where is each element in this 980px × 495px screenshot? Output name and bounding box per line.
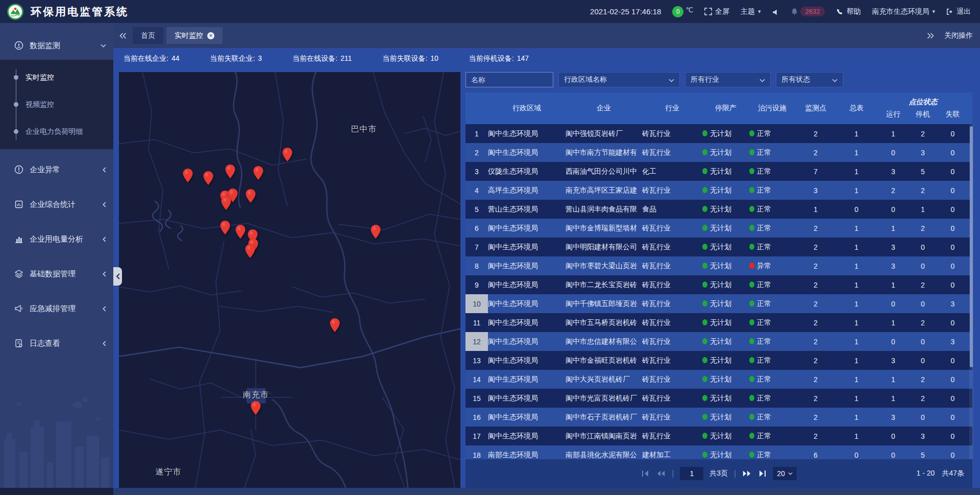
cell-monitor-count: 2: [795, 243, 836, 251]
cell-total-meter: 1: [836, 394, 877, 403]
sidebar: 数据监测 实时监控 视频监控 企业电力负荷明细: [0, 23, 113, 488]
status-select[interactable]: 所有状态: [776, 72, 843, 87]
table-row[interactable]: 8阆中生态环境局阆中市枣碧大梁山页岩砖瓦行业无计划异常21300: [465, 256, 972, 275]
map-pin[interactable]: [235, 224, 246, 239]
cell-monitor-count: 2: [795, 338, 836, 346]
table-row[interactable]: 3仪陇生态环境局西南油气田分公司川中化工无计划正常71350: [465, 162, 972, 181]
chevron-down-icon: [101, 44, 106, 48]
sidebar-item-realtime-monitor[interactable]: 实时监控: [0, 64, 113, 91]
map-pin[interactable]: [282, 147, 293, 162]
table-row[interactable]: 14阆中生态环境局阆中大兴页岩机砖厂砖瓦行业无计划正常21120: [465, 370, 972, 389]
help-button[interactable]: 帮助: [836, 7, 861, 16]
map-pin[interactable]: [370, 224, 381, 239]
close-operations-button[interactable]: 关闭操作: [944, 31, 973, 40]
cell-stopped-count: 0: [910, 357, 936, 365]
sidebar-item-video-monitor[interactable]: 视频监控: [0, 91, 113, 118]
page-size-select[interactable]: 20: [773, 467, 797, 480]
map-pin[interactable]: [182, 168, 193, 183]
cell-monitor-count: 3: [795, 186, 836, 195]
table-row[interactable]: 11阆中生态环境局阆中市五马桥页岩机砖砖瓦行业无计划正常21120: [465, 313, 972, 332]
cell-stopped-count: 2: [910, 224, 936, 232]
table-row[interactable]: 17阆中生态环境局阆中市江南镇阆南页岩砖瓦行业无计划正常21030: [465, 427, 972, 445]
cell-stopped-count: 0: [910, 262, 936, 270]
name-search-input[interactable]: [465, 72, 553, 87]
cell-lost-count: 0: [936, 319, 969, 327]
table-row[interactable]: 1阆中生态环境局阆中强锐页岩砖厂砖瓦行业无计划正常21120: [465, 124, 972, 143]
record-range-label: 1 - 20: [917, 469, 935, 478]
map-pin[interactable]: [220, 196, 232, 210]
sidebar-item-base-data[interactable]: 基础数据管理: [0, 260, 113, 288]
first-page-button[interactable]: [641, 470, 650, 477]
map-pin[interactable]: [219, 220, 231, 235]
cell-industry: 砖瓦行业: [642, 148, 702, 157]
region-select[interactable]: 行政区域名称: [558, 72, 680, 87]
table-row[interactable]: 7阆中生态环境局阆中明阳建材有限公司砖瓦行业无计划正常21300: [465, 238, 972, 256]
cell-region: 阆中生态环境局: [488, 262, 566, 271]
table-row[interactable]: 15阆中生态环境局阆中市光富页岩机砖厂砖瓦行业无计划正常21120: [465, 389, 972, 408]
scrollbar-thumb[interactable]: [970, 126, 973, 367]
cell-lost-count: 0: [936, 186, 969, 195]
sidebar-item-power-analysis[interactable]: 企业用电量分析: [0, 225, 113, 253]
content: 首页 实时监控 ✕ 关闭操作 当前在线企业:44当前失联企业:3当前在线设备:2…: [113, 23, 980, 488]
next-page-button[interactable]: [742, 470, 751, 477]
sidebar-item-emergency-reduction[interactable]: 应急减排管理: [0, 294, 113, 323]
cell-company: 阆中强锐页岩砖厂: [566, 129, 642, 138]
tab-home[interactable]: 首页: [133, 27, 163, 44]
sidebar-item-log-view[interactable]: 日志查看: [0, 329, 113, 358]
map-pin[interactable]: [245, 188, 256, 203]
map-pin[interactable]: [253, 166, 264, 180]
map-pin[interactable]: [203, 171, 214, 185]
sidebar-collapse-handle[interactable]: [113, 267, 122, 286]
column-header-facility: 治污设施: [749, 92, 795, 124]
status-dot: [702, 206, 707, 212]
status-dot: [702, 187, 707, 193]
org-dropdown[interactable]: 南充市生态环境局 ▾: [872, 7, 935, 16]
speaker-icon[interactable]: [772, 7, 779, 15]
map-canvas[interactable]: 巴中市南充市遂宁市: [119, 72, 460, 488]
megaphone-icon: [14, 304, 23, 313]
cell-region: 阆中生态环境局: [488, 394, 566, 403]
map-pin[interactable]: [329, 318, 340, 333]
stat-value: 44: [172, 54, 180, 63]
table-row[interactable]: 5营山生态环境局营山县润丰肉食品有限食品无计划正常10010: [465, 200, 972, 219]
logout-button[interactable]: 退出: [946, 7, 971, 16]
tab-scroll-left[interactable]: [116, 28, 130, 43]
map-pin[interactable]: [225, 164, 236, 179]
status-dot: [702, 319, 707, 325]
table-row[interactable]: 12阆中生态环境局阆中市忠信建材有限公砖瓦行业无计划正常21003: [465, 332, 972, 351]
table-row[interactable]: 18南部生态环境局南部县珧化水泥有限公建材加工无计划正常60050: [465, 445, 972, 459]
sidebar-item-enterprise-statistics[interactable]: 企业综合统计: [0, 190, 113, 219]
table-row[interactable]: 6阆中生态环境局阆中市金博瑞新型墙材砖瓦行业无计划正常21120: [465, 219, 972, 238]
notification-bell[interactable]: 2632: [791, 7, 825, 16]
table-row[interactable]: 9阆中生态环境局阆中市二龙长宝页岩砖砖瓦行业无计划正常21120: [465, 275, 972, 294]
stat-label: 当前失联设备:: [382, 54, 427, 63]
table-row[interactable]: 16阆中生态环境局阆中市石子页岩机砖厂砖瓦行业无计划正常21300: [465, 408, 972, 427]
table-row[interactable]: 4高坪生态环境局南充市高坪区王家店建砖瓦行业无计划正常31220: [465, 181, 972, 200]
close-icon[interactable]: ✕: [207, 32, 214, 39]
prev-page-button[interactable]: [656, 470, 666, 477]
table-row[interactable]: 13阆中生态环境局阆中市金福旺页岩机砖砖瓦行业无计划正常21300: [465, 351, 972, 370]
sidebar-item-enterprise-abnormal[interactable]: 企业异常: [0, 155, 113, 184]
alert-circle-icon: [14, 165, 23, 174]
cell-limit-status: 无计划: [702, 167, 749, 176]
table-row[interactable]: 10阆中生态环境局阆中千佛镇五郎垭页岩砖瓦行业无计划正常21003: [465, 294, 972, 313]
table-scrollbar[interactable]: [969, 124, 973, 459]
row-index: 3: [465, 162, 488, 181]
map-pin[interactable]: [250, 400, 261, 415]
tab-scroll-right[interactable]: [924, 28, 937, 43]
industry-select[interactable]: 所有行业: [685, 72, 771, 87]
chevron-down-icon: [669, 76, 674, 84]
table-row[interactable]: 2阆中生态环境局阆中市南方节能建材有砖瓦行业无计划正常21030: [465, 143, 972, 162]
tab-realtime-monitor[interactable]: 实时监控 ✕: [166, 27, 223, 44]
cell-facility-status: 正常: [749, 148, 795, 157]
theme-dropdown[interactable]: 主题 ▾: [741, 7, 761, 16]
status-dot: [702, 414, 707, 420]
sidebar-item-label: 数据监测: [30, 41, 101, 51]
cell-facility-status: 正常: [749, 299, 795, 309]
fullscreen-button[interactable]: 全屏: [704, 7, 729, 16]
sidebar-item-power-load-detail[interactable]: 企业电力负荷明细: [0, 118, 113, 145]
page-number-input[interactable]: [680, 467, 703, 480]
sidebar-item-data-monitor[interactable]: 数据监测: [0, 31, 113, 60]
map-pin[interactable]: [244, 244, 256, 258]
last-page-button[interactable]: [757, 470, 767, 477]
